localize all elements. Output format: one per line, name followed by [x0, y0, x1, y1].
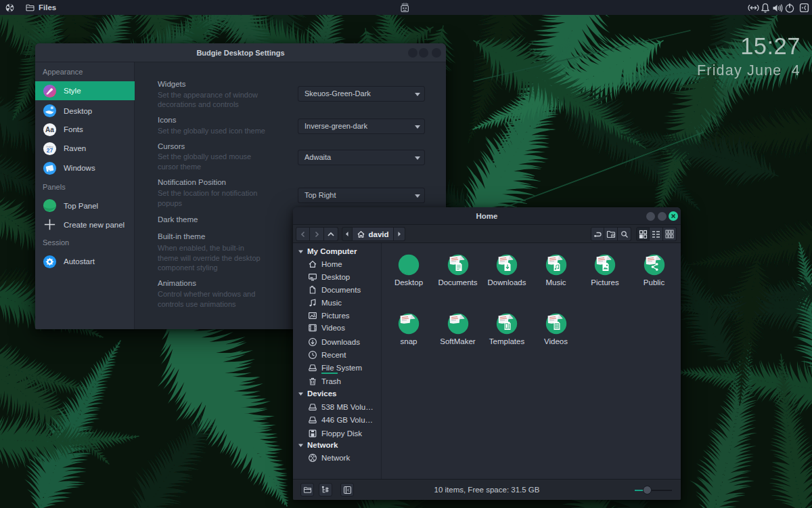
svg-text:Aa: Aa — [45, 126, 54, 133]
svg-text:27: 27 — [47, 146, 53, 153]
